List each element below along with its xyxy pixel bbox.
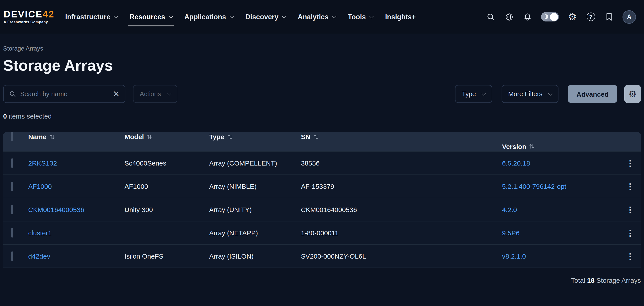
search-icon[interactable] xyxy=(486,11,496,22)
type-filter-label: Type xyxy=(462,90,476,97)
cell-sn: 38556 xyxy=(301,159,502,167)
cell-name-link[interactable]: AF1000 xyxy=(28,183,124,190)
chevron-down-icon xyxy=(548,91,553,95)
more-filters-dropdown[interactable]: More Filters xyxy=(502,85,559,103)
cell-type: Array (NETAPP) xyxy=(209,229,301,237)
cell-type: Array (NIMBLE) xyxy=(209,183,301,190)
filter-controls: Type More Filters Advanced ⚙ xyxy=(455,85,641,103)
search-box: ✕ xyxy=(3,85,126,103)
chevron-down-icon xyxy=(482,91,486,95)
logo-main-text: DEVICE xyxy=(4,9,42,19)
row-actions-kebab-icon[interactable]: ⋮ xyxy=(619,182,641,190)
cell-version-link[interactable]: 5.2.1.400-796142-opt xyxy=(502,183,619,190)
bookmark-icon[interactable] xyxy=(604,11,614,22)
nav-item-infrastructure[interactable]: Infrastructure xyxy=(65,0,118,33)
column-header-model[interactable]: Model xyxy=(124,133,209,141)
table-row: d42dev Isilon OneFS Array (ISILON) SV200… xyxy=(3,244,641,268)
nav-item-label: Discovery xyxy=(245,13,278,21)
app-viewport: DEVICE42 A Freshworks Company Infrastruc… xyxy=(0,0,644,306)
select-all-checkbox[interactable] xyxy=(11,132,13,142)
nav-item-insights-plus[interactable]: Insights+ xyxy=(385,0,416,33)
clear-search-icon[interactable]: ✕ xyxy=(113,90,120,98)
nav-item-resources[interactable]: Resources xyxy=(130,0,172,33)
cell-name-link[interactable]: 2RKS132 xyxy=(28,159,124,167)
total-suffix: Storage Arrays xyxy=(596,277,641,284)
cell-name-link[interactable]: cluster1 xyxy=(28,229,124,237)
sort-icon xyxy=(228,134,232,140)
nav-item-label: Infrastructure xyxy=(65,13,110,21)
cell-model: Unity 300 xyxy=(124,206,209,213)
logo-text: DEVICE42 xyxy=(4,9,54,19)
help-icon[interactable]: ? xyxy=(586,11,596,22)
notifications-bell-icon[interactable] xyxy=(523,11,532,22)
cell-sn: 1-80-000011 xyxy=(301,229,502,237)
main-nav: Infrastructure Resources Applications Di… xyxy=(65,0,416,33)
sort-icon xyxy=(529,144,534,149)
cell-model: Sc4000Series xyxy=(124,159,209,167)
table-settings-button[interactable]: ⚙ xyxy=(624,85,641,103)
advanced-button[interactable]: Advanced xyxy=(568,85,617,103)
row-checkbox[interactable] xyxy=(11,252,13,261)
cell-version-link[interactable]: 4.2.0 xyxy=(502,206,619,213)
breadcrumb[interactable]: Storage Arrays xyxy=(3,45,641,52)
nav-item-label: Applications xyxy=(184,13,226,21)
type-filter-dropdown[interactable]: Type xyxy=(455,85,492,103)
chevron-down-icon xyxy=(282,14,286,18)
row-checkbox[interactable] xyxy=(11,182,13,191)
row-checkbox[interactable] xyxy=(11,205,13,214)
nav-item-tools[interactable]: Tools xyxy=(348,0,373,33)
nav-item-applications[interactable]: Applications xyxy=(184,0,233,33)
cell-model: Isilon OneFS xyxy=(124,252,209,260)
chevron-down-icon xyxy=(229,14,234,18)
row-checkbox[interactable] xyxy=(11,228,13,238)
cell-type: Array (COMPELLENT) xyxy=(209,159,301,167)
cell-sn: CKM00164000536 xyxy=(301,206,502,213)
nav-item-discovery[interactable]: Discovery xyxy=(245,0,286,33)
theme-toggle[interactable] xyxy=(541,12,559,21)
column-header-sn[interactable]: SN xyxy=(301,133,502,141)
chevron-down-icon xyxy=(114,14,118,18)
page-title: Storage Arrays xyxy=(3,57,641,74)
column-header-version[interactable]: Version xyxy=(502,143,619,150)
top-nav: DEVICE42 A Freshworks Company Infrastruc… xyxy=(0,0,644,33)
chevron-down-icon xyxy=(332,14,336,18)
search-input[interactable] xyxy=(20,90,109,97)
table-row: CKM00164000536 Unity 300 Array (UNITY) C… xyxy=(3,198,641,221)
total-prefix: Total xyxy=(571,277,585,284)
actions-label: Actions xyxy=(140,90,161,97)
cell-name-link[interactable]: CKM00164000536 xyxy=(28,206,124,213)
chevron-down-icon xyxy=(166,91,171,95)
table-row: cluster1 Array (NETAPP) 1-80-000011 9.5P… xyxy=(3,221,641,244)
actions-dropdown[interactable]: Actions xyxy=(133,85,177,103)
row-checkbox[interactable] xyxy=(11,158,13,168)
main-content: Storage Arrays Storage Arrays ✕ Actions … xyxy=(0,45,644,284)
column-header-name[interactable]: Name xyxy=(28,133,124,141)
moon-icon xyxy=(542,14,549,20)
user-avatar[interactable]: A xyxy=(622,10,636,23)
storage-arrays-table: Name Model Type SN Version xyxy=(3,132,641,268)
table-header-row: Name Model Type SN Version xyxy=(3,132,641,151)
cell-version-link[interactable]: 9.5P6 xyxy=(502,229,619,237)
row-actions-kebab-icon[interactable]: ⋮ xyxy=(619,229,641,237)
nav-item-label: Analytics xyxy=(298,13,328,21)
globe-icon[interactable] xyxy=(504,11,514,22)
cell-sn: SV200-000NZY-OL6L xyxy=(301,252,502,260)
nav-item-analytics[interactable]: Analytics xyxy=(298,0,336,33)
nav-item-label: Insights+ xyxy=(385,13,416,21)
settings-gear-icon[interactable]: ⚙ xyxy=(568,11,577,22)
sort-icon xyxy=(147,134,152,140)
cell-version-link[interactable]: v8.2.1.0 xyxy=(502,252,619,260)
toolbar: ✕ Actions Type More Filters Advanced ⚙ xyxy=(3,85,641,103)
row-actions-kebab-icon[interactable]: ⋮ xyxy=(619,206,641,214)
chevron-down-icon xyxy=(168,14,173,18)
device42-logo[interactable]: DEVICE42 A Freshworks Company xyxy=(4,9,54,24)
cell-name-link[interactable]: d42dev xyxy=(28,252,124,260)
cell-version-link[interactable]: 6.5.20.18 xyxy=(502,159,619,167)
row-actions-kebab-icon[interactable]: ⋮ xyxy=(619,159,641,167)
chevron-down-icon xyxy=(369,14,374,18)
row-actions-kebab-icon[interactable]: ⋮ xyxy=(619,252,641,260)
logo-accent-text: 42 xyxy=(42,9,54,19)
sort-icon xyxy=(50,134,55,140)
selection-status: 0 items selected xyxy=(3,112,641,120)
column-header-type[interactable]: Type xyxy=(209,133,301,141)
